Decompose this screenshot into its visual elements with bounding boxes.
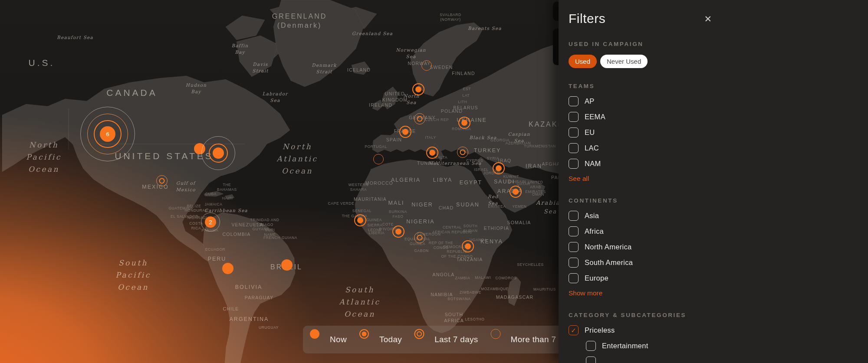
section-used-in-campaign: USED IN CAMPAIGN [569,41,868,47]
categories-list: ✓PricelessEntertainment [569,325,868,363]
entertainment-checkbox[interactable] [586,341,596,351]
checkbox-label: Entertainment [602,342,648,350]
never-used-filter-button[interactable]: Never Used [600,55,648,68]
marker-dot: 2 [205,216,216,228]
marker-ring [414,232,425,243]
checkbox-row: North America [569,242,868,252]
legend-item: Today [364,334,402,345]
checkbox-label: NAM [585,160,601,168]
legend-last7-icon [419,334,431,345]
africa-checkbox[interactable] [569,226,579,236]
legend-label: Now [330,335,347,344]
lac-checkbox[interactable] [569,143,579,153]
checkbox-label: North America [585,243,631,251]
legend-label: Last 7 days [434,335,478,344]
section-teams: TEAMS [569,83,868,89]
map-markers-layer: 62 [0,0,559,363]
checkbox-label: EEMA [585,113,605,121]
europe-checkbox[interactable] [569,273,579,283]
marker-dot [465,243,471,249]
legend-older-icon [496,334,507,345]
marker-dot [213,147,224,159]
show-more-link[interactable]: Show more [569,289,602,297]
asia-checkbox[interactable] [569,211,579,221]
checkbox-row [586,356,868,363]
checkbox-row: Europe [569,273,868,283]
marker-dot [310,329,319,339]
map-legend: NowTodayLast 7 daysMore than 7 days ago [303,326,559,353]
checkbox-row: Asia [569,211,868,221]
eu-checkbox[interactable] [569,128,579,137]
marker-dot [222,263,233,274]
legend-today-icon [364,334,375,345]
priceless-checkbox[interactable]: ✓ [569,325,579,335]
continents-list: AsiaAfricaNorth AmericaSouth AmericaEuro… [569,211,868,283]
marker-dot [513,189,519,195]
checkbox-row: Entertainment [586,341,868,351]
marker-ring [373,154,384,164]
campaign-pills: UsedNever Used [569,55,868,68]
marker-dot [357,217,363,223]
marker-dot [402,129,408,135]
marker-ring [421,60,432,71]
checkbox-label: Europe [585,274,608,282]
checkbox-label: EU [585,128,595,137]
map-control[interactable] [553,2,559,21]
checkbox-label: Priceless [585,326,615,334]
section-categories: CATEGORY & SUBCATEGORIES [569,312,868,318]
legend-label: More than 7 days ago [511,335,559,344]
legend-item: Last 7 days [419,334,478,345]
marker-ring [156,175,168,186]
checkbox-label: Asia [585,212,599,220]
checkbox-row: NAM [569,159,868,169]
marker-dot [362,332,366,337]
south-america-checkbox[interactable] [569,258,579,268]
checkbox-label: LAC [585,144,599,152]
section-continents: CONTINENTS [569,197,868,204]
marker-ring [414,329,424,339]
marker-dot [395,229,401,235]
checkbox-row: South America [569,258,868,268]
legend-item: Now [315,334,347,345]
checkbox-label: South America [585,258,633,267]
see-all-link[interactable]: See all [569,175,589,183]
checkbox-row: AP [569,96,868,106]
empty-checkbox[interactable] [586,356,596,363]
marker-ring [457,147,468,158]
nam-checkbox[interactable] [569,159,579,169]
checkbox-label: Africa [585,227,604,235]
marker-ring [490,329,500,339]
marker-count: 6 [106,131,109,137]
checkbox-row: LAC [569,143,868,153]
marker-ring [414,113,425,124]
legend-now-icon [315,334,326,345]
checkbox-row: Africa [569,226,868,236]
checkbox-row: EU [569,128,868,137]
used-filter-button[interactable]: Used [569,55,597,68]
checkbox-row: ✓Priceless [569,325,868,335]
checkbox-label: AP [585,97,595,105]
map-control[interactable] [553,29,559,65]
marker-dot [429,150,435,156]
marker-dot: 6 [100,126,115,142]
marker-dot [496,165,502,171]
marker-dot [461,120,467,126]
marker-count: 2 [209,219,212,226]
panel-title: Filters [569,11,605,26]
legend-item: More than 7 days ago [496,334,559,345]
north-america-checkbox[interactable] [569,242,579,252]
marker-dot [415,86,421,92]
marker-dot [281,259,293,271]
world-map[interactable]: Beaufort SeaU.S.CANADABaffin BayDavis St… [0,0,559,363]
legend-label: Today [379,335,402,344]
ap-checkbox[interactable] [569,96,579,106]
teams-list: APEEMAEULACNAM [569,96,868,169]
filters-panel: Filters ✕ USED IN CAMPAIGN UsedNever Use… [559,0,868,363]
close-icon[interactable]: ✕ [704,14,712,23]
checkbox-row: EEMA [569,112,868,122]
eema-checkbox[interactable] [569,112,579,122]
